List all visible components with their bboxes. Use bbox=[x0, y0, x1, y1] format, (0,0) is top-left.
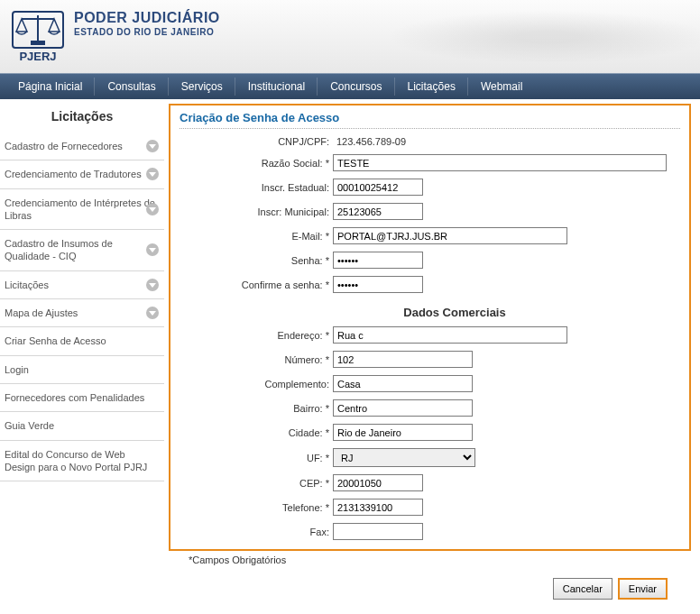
chevron-down-icon bbox=[146, 243, 159, 256]
chevron-down-icon bbox=[146, 140, 159, 152]
submit-button[interactable]: Enviar bbox=[618, 578, 668, 600]
sidebar-item-2[interactable]: Credenciamento de Intérpretes de Libras bbox=[0, 189, 164, 231]
sidebar-item-1[interactable]: Credenciamento de Tradutores bbox=[0, 160, 164, 188]
label-fax: Fax: bbox=[180, 527, 333, 537]
nav-webmail[interactable]: Webmail bbox=[468, 74, 535, 99]
nav-consultas[interactable]: Consultas bbox=[95, 74, 168, 99]
chevron-down-icon bbox=[146, 279, 159, 291]
input-senha[interactable] bbox=[333, 252, 423, 269]
chevron-down-icon bbox=[146, 203, 159, 215]
section-dados-comerciais: Dados Comerciais bbox=[333, 306, 576, 319]
svg-rect-3 bbox=[31, 41, 45, 45]
sidebar-item-5[interactable]: Mapa de Ajustes bbox=[0, 299, 164, 327]
label-cnpj: CNPJ/CPF: bbox=[180, 136, 333, 147]
label-insc-mun: Inscr: Municipal: bbox=[180, 206, 333, 217]
label-uf: UF: * bbox=[180, 453, 333, 463]
panel-title: Criação de Senha de Acesso bbox=[180, 111, 680, 129]
label-confirma: Confirme a senha: * bbox=[180, 280, 333, 290]
sidebar-item-8[interactable]: Fornecedores com Penalidades bbox=[0, 384, 164, 412]
cancel-button[interactable]: Cancelar bbox=[553, 578, 612, 600]
header-title: PODER JUDICIÁRIO bbox=[74, 10, 220, 26]
label-insc-est: Inscr. Estadual: bbox=[180, 182, 333, 193]
input-razao[interactable] bbox=[333, 154, 667, 171]
input-email[interactable] bbox=[333, 227, 567, 244]
input-endereco[interactable] bbox=[333, 326, 567, 344]
nav-licitacoes[interactable]: Licitações bbox=[395, 74, 468, 99]
label-email: E-Mail: * bbox=[180, 231, 333, 242]
header: PJERJ PODER JUDICIÁRIO ESTADO DO RIO DE … bbox=[0, 0, 700, 74]
input-insc-mun[interactable] bbox=[333, 203, 423, 220]
sidebar-item-0[interactable]: Cadastro de Fornecedores bbox=[0, 133, 164, 160]
nav-concursos[interactable]: Concursos bbox=[318, 74, 394, 99]
input-confirma[interactable] bbox=[333, 276, 423, 293]
input-cep[interactable] bbox=[333, 474, 423, 491]
label-bairro: Bairro: * bbox=[180, 403, 333, 414]
select-uf[interactable]: RJ bbox=[333, 448, 475, 467]
logo-block: PJERJ PODER JUDICIÁRIO ESTADO DO RIO DE … bbox=[11, 10, 220, 64]
label-cidade: Cidade: * bbox=[180, 427, 333, 438]
input-bairro[interactable] bbox=[333, 399, 473, 417]
pjerj-logo-icon: PJERJ bbox=[11, 10, 65, 64]
sidebar-item-7[interactable]: Login bbox=[0, 356, 164, 384]
input-insc-est[interactable] bbox=[333, 179, 423, 196]
sidebar-item-9[interactable]: Guia Verde bbox=[0, 412, 164, 440]
sidebar-item-10[interactable]: Edital do Concurso de Web Design para o … bbox=[0, 441, 164, 482]
nav-servicos[interactable]: Serviços bbox=[169, 74, 235, 99]
input-complemento[interactable] bbox=[333, 375, 473, 392]
label-cep: CEP: * bbox=[180, 478, 333, 489]
header-bg-deco bbox=[321, 0, 700, 74]
nav-home[interactable]: Página Inicial bbox=[5, 74, 95, 99]
input-cidade[interactable] bbox=[333, 424, 473, 441]
label-endereco: Endereço: * bbox=[180, 330, 333, 341]
input-numero[interactable] bbox=[333, 351, 473, 368]
sidebar: Licitações Cadastro de FornecedoresCrede… bbox=[0, 99, 164, 609]
content-area: Criação de Senha de Acesso CNPJ/CPF:123.… bbox=[164, 99, 700, 609]
required-footnote: *Campos Obrigatórios bbox=[169, 551, 691, 571]
chevron-down-icon bbox=[146, 307, 159, 319]
sidebar-item-4[interactable]: Licitações bbox=[0, 271, 164, 299]
label-telefone: Telefone: * bbox=[180, 502, 333, 513]
sidebar-item-3[interactable]: Cadastro de Insumos de Qualidade - CIQ bbox=[0, 230, 164, 271]
label-complemento: Complemento: bbox=[180, 379, 333, 389]
nav-institucional[interactable]: Institucional bbox=[235, 74, 318, 99]
chevron-down-icon bbox=[146, 168, 159, 180]
sidebar-title: Licitações bbox=[0, 104, 164, 133]
header-subtitle: ESTADO DO RIO DE JANEIRO bbox=[74, 27, 220, 37]
form-panel: Criação de Senha de Acesso CNPJ/CPF:123.… bbox=[169, 104, 691, 551]
main-nav: Página Inicial Consultas Serviços Instit… bbox=[0, 74, 700, 99]
sidebar-item-6[interactable]: Criar Senha de Acesso bbox=[0, 327, 164, 355]
label-numero: Número: * bbox=[180, 354, 333, 365]
value-cnpj: 123.456.789-09 bbox=[333, 136, 406, 147]
input-fax[interactable] bbox=[333, 523, 423, 540]
svg-text:PJERJ: PJERJ bbox=[19, 50, 56, 63]
input-telefone[interactable] bbox=[333, 499, 423, 516]
label-senha: Senha: * bbox=[180, 255, 333, 266]
label-razao: Razão Social: * bbox=[180, 158, 333, 169]
